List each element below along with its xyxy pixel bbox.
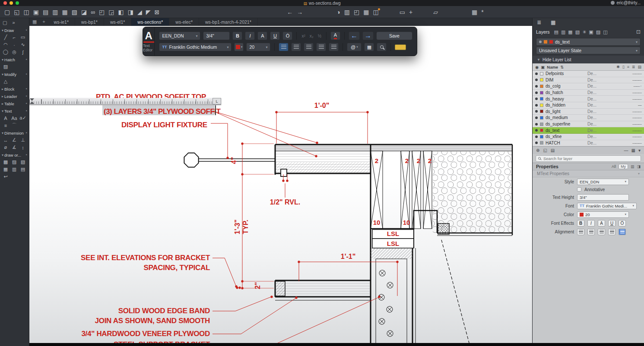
overline-button[interactable]: Ō	[282, 31, 292, 40]
section-header-text[interactable]: ▾Text*	[0, 108, 29, 114]
properties-icon-1[interactable]: ▥	[631, 164, 634, 169]
draw-order-above-icon[interactable]: ▧	[19, 158, 27, 166]
layer-color-chip[interactable]	[540, 104, 543, 107]
text-style-select[interactable]: EEN_DDN▾	[159, 31, 200, 40]
subscript-icon[interactable]: x₂	[309, 34, 314, 38]
font-size-select[interactable]: 20▾	[246, 43, 270, 51]
singleline-text-icon[interactable]: A	[1, 114, 10, 122]
layer-linetype-sample[interactable]: ———	[632, 97, 641, 101]
note-soffit-layers[interactable]: (3) LAYERS 3/4" PLYWOOD SOFFIT	[104, 107, 221, 116]
section-gear-icon[interactable]: *	[25, 94, 27, 99]
section-gear-icon[interactable]: *	[25, 131, 27, 135]
section-gear-icon[interactable]: *	[25, 153, 27, 157]
label-lsl-1[interactable]: LSL	[387, 230, 399, 237]
alignment-right-button[interactable]	[598, 229, 605, 235]
section-gear-icon[interactable]: *	[25, 87, 27, 91]
layer-linetype-sample[interactable]: ———	[632, 141, 641, 145]
print-preview-icon[interactable]: ▥	[52, 9, 58, 15]
color-swatch-select[interactable]: ▾	[234, 43, 244, 51]
dim-typ[interactable]: TYP.	[242, 220, 249, 234]
dim-2[interactable]: 2"	[254, 282, 261, 289]
layer-state-select[interactable]: Unsaved Layer State ▾	[536, 47, 641, 54]
pan-hand-icon[interactable]: +	[409, 9, 412, 15]
insert-symbol-button[interactable]: @▾	[347, 43, 362, 51]
lineweight-column-icon[interactable]: ≡	[627, 65, 629, 69]
baseline-dimension-icon[interactable]: ↕	[19, 144, 27, 151]
lock-layer-icon[interactable]: ▣	[589, 29, 593, 35]
selection-tool-icon[interactable]: ▢	[3, 20, 7, 25]
note-see-int-1[interactable]: SEE INT. ELEVATIONS FOR BRACKET	[81, 254, 210, 262]
layer-visible-dot[interactable]	[535, 98, 538, 100]
chevron-down-icon[interactable]: ▾	[638, 148, 641, 153]
effect-underline-button[interactable]: U	[608, 220, 615, 226]
layer-color-icon[interactable]: ▨	[596, 29, 600, 35]
section-header-block[interactable]: ▸Block*	[0, 86, 29, 92]
annotation-text[interactable]: PTD. AC PLYWOOD SOFFIT TOP (3) LAYERS 3/…	[81, 93, 431, 346]
ruler-width-tab[interactable]: L	[213, 98, 221, 104]
layers-tab-icon[interactable]: ≣	[537, 19, 541, 25]
toolbar-settings-icon[interactable]: *	[481, 9, 483, 15]
layer-visible-dot[interactable]	[535, 72, 538, 75]
label-10b[interactable]: 10	[403, 219, 410, 226]
mtext-ruler[interactable]: L	[29, 98, 221, 105]
circle-tool-icon[interactable]: ◯	[1, 48, 10, 56]
save-icon[interactable]: ◫	[23, 9, 29, 15]
freehand-tool-icon[interactable]: ∿	[19, 41, 27, 48]
new-drawing-icon[interactable]: ▢	[4, 9, 10, 15]
text-height-input[interactable]: 3/4"	[203, 31, 230, 40]
layer-row[interactable]: ds_xfine De... ———	[533, 134, 644, 140]
document-tab[interactable]: ws-bp1*	[75, 18, 104, 26]
layer-color-chip[interactable]	[540, 123, 543, 126]
layer-visible-dot[interactable]	[535, 79, 538, 81]
document-tab[interactable]: ws-bp1-march-4-2021*	[199, 18, 258, 26]
layer-linetype-sample[interactable]: ———	[632, 72, 641, 75]
effect-caps-button[interactable]: A	[598, 220, 605, 226]
layer-walk-icon[interactable]: ◫	[603, 29, 607, 35]
layer-color-chip[interactable]	[540, 141, 543, 145]
style-select[interactable]: EEN_DDN▾	[577, 179, 629, 185]
delete-layer-icon[interactable]: ▥	[561, 29, 565, 35]
first-line-indent-marker[interactable]	[30, 98, 34, 101]
layer-linetype-sample[interactable]: ———	[632, 122, 641, 126]
layer-linetype-sample[interactable]: ———	[632, 110, 641, 113]
layer-visible-dot[interactable]	[535, 142, 538, 144]
eye-column-icon[interactable]: ◉	[535, 65, 539, 69]
document-tab[interactable]: ws-ie1*	[48, 18, 75, 26]
point-tool-icon[interactable]: ∙	[10, 41, 19, 48]
account-menu[interactable]: eric@thirty...	[611, 0, 641, 5]
mtext-properties-subheader[interactable]: MText Properties▾	[533, 170, 644, 177]
stud-label-2c[interactable]: 2	[417, 157, 420, 164]
layer-search-box[interactable]	[536, 155, 641, 162]
layer-color-chip[interactable]	[540, 110, 543, 113]
layer-row[interactable]: HATCH De... ———	[533, 140, 644, 147]
document-tab[interactable]: ws-el1*	[104, 18, 131, 26]
layer-row[interactable]: ds_heavy De... ———	[533, 96, 644, 102]
section-gear-icon[interactable]: *	[25, 102, 27, 106]
grid-view-icon[interactable]: ▦	[631, 148, 635, 153]
measure-icon[interactable]: ⊠	[155, 9, 160, 15]
aligned-dimension-icon[interactable]: ∠	[10, 136, 19, 144]
section-gear-icon[interactable]: *	[25, 109, 27, 113]
back-arrow-icon[interactable]: ←	[287, 9, 293, 15]
page-setup-icon[interactable]: ▧	[72, 9, 77, 15]
spellcheck-icon[interactable]: a✓	[19, 114, 27, 122]
section-header-modify[interactable]: ▾Modify*	[0, 71, 29, 78]
chip-column-icon[interactable]: ▣	[541, 65, 545, 69]
dim-rvl[interactable]: 1/2" RVL.	[270, 198, 300, 206]
lock-column-icon[interactable]: ▯	[622, 65, 625, 69]
text-align-icon[interactable]: ≡	[1, 122, 10, 129]
text-height-field[interactable]: 3/4"	[577, 194, 629, 201]
layer-color-chip[interactable]	[540, 97, 543, 101]
layer-color-chip[interactable]	[540, 116, 543, 120]
document-tab[interactable]: ws-sections*	[131, 18, 169, 26]
undo-mark-icon[interactable]: ↩	[1, 173, 10, 180]
section-header-table[interactable]: ▸Table*	[0, 101, 29, 107]
layer-row[interactable]: ds_hatch De... ———	[533, 90, 644, 96]
draw-order-back-icon[interactable]: ▨	[10, 158, 19, 166]
properties-icon-2[interactable]: ◨	[637, 164, 641, 169]
arc-text-icon[interactable]: ⌒	[10, 122, 19, 129]
label-lsl-2[interactable]: LSL	[387, 240, 399, 247]
layer-linetype-sample[interactable]: ———	[632, 135, 641, 138]
isolate-footer-icon[interactable]: ⊕	[536, 148, 539, 153]
undo-button[interactable]: ←	[349, 31, 360, 40]
